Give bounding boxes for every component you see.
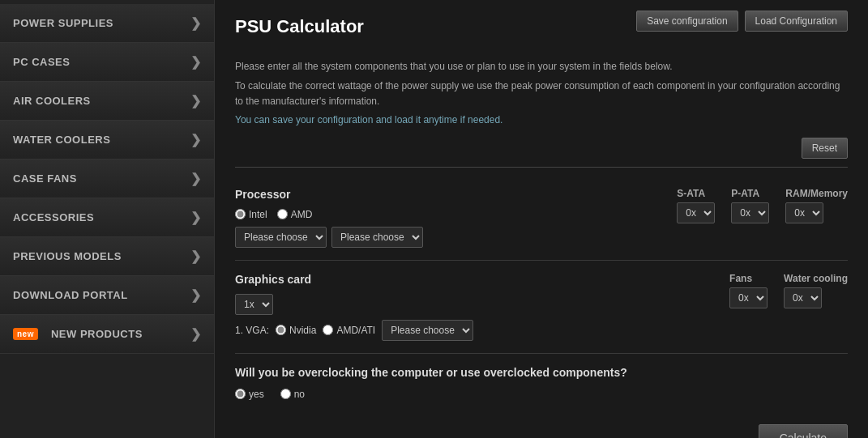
sidebar-item-label-previous-models: PREVIOUS MODELS xyxy=(13,250,122,262)
sidebar-item-new-products[interactable]: newNEW PRODUCTS❯ xyxy=(0,315,214,354)
overclock-yes-label[interactable]: yes xyxy=(235,389,264,400)
amd-ati-label: AMD/ATI xyxy=(336,325,375,336)
overclock-radio-group: yes no xyxy=(235,389,848,400)
nvidia-radio[interactable] xyxy=(276,325,286,335)
intel-radio[interactable] xyxy=(235,209,246,219)
chevron-icon-accessories: ❯ xyxy=(190,210,202,225)
graphics-title: Graphics card xyxy=(235,273,729,286)
sata-field: S-ATA 0x1x2x3x4x5x6x7x8x xyxy=(677,188,715,223)
processor-radio-group: Intel AMD xyxy=(235,209,677,220)
sidebar-item-label-accessories: ACCESSORIES xyxy=(13,211,94,223)
vga-dropdown[interactable]: Please choose xyxy=(382,320,473,341)
ram-field: RAM/Memory 0x1x2x3x4x5x6x7x8x xyxy=(785,188,848,223)
nvidia-label: Nvidia xyxy=(289,325,316,336)
graphics-section: Graphics card 0x1x2x3x4x5x6x7x8x 1. VGA:… xyxy=(235,261,848,354)
water-cooling-select[interactable]: 0x1x2x3x4x xyxy=(784,287,822,308)
overclock-no-label[interactable]: no xyxy=(280,389,305,400)
processor-dropdown-2[interactable]: Please choose xyxy=(331,227,423,248)
intro-line3: You can save your configuration and load… xyxy=(235,114,848,125)
amd-ati-radio[interactable] xyxy=(323,325,333,335)
sidebar-item-download-portal[interactable]: DOWNLOAD PORTAL❯ xyxy=(0,276,214,315)
chevron-icon-new-products: ❯ xyxy=(190,326,202,342)
fans-label: Fans xyxy=(729,273,752,284)
sidebar-item-pc-cases[interactable]: PC CASES❯ xyxy=(0,43,214,82)
reset-button[interactable]: Reset xyxy=(802,138,848,159)
overclock-section: Will you be overclocking the computer or… xyxy=(235,354,848,412)
chevron-icon-previous-models: ❯ xyxy=(190,249,202,264)
amd-radio[interactable] xyxy=(277,209,288,219)
sidebar-item-label-water-coolers: WATER COOLERS xyxy=(13,134,110,146)
chevron-icon-pc-cases: ❯ xyxy=(190,54,202,70)
chevron-icon-power-supplies: ❯ xyxy=(190,15,202,31)
sidebar-item-left-water-coolers: WATER COOLERS xyxy=(13,134,110,146)
vga-row: 1. VGA: Nvidia AMD/ATI Please choose xyxy=(235,320,729,341)
overclock-no-radio[interactable] xyxy=(280,389,291,399)
sidebar-item-left-case-fans: CASE FANS xyxy=(13,172,77,185)
header-buttons: Save configuration Load Configuration xyxy=(636,11,848,32)
page-title: PSU Calculator xyxy=(235,16,364,37)
ram-select[interactable]: 0x1x2x3x4x5x6x7x8x xyxy=(785,202,823,223)
fans-select[interactable]: 0x1x2x3x4x5x6x7x8x xyxy=(729,287,768,308)
sidebar-item-label-power-supplies: POWER SUPPLIES xyxy=(13,17,113,29)
sidebar-item-left-previous-models: PREVIOUS MODELS xyxy=(13,250,122,262)
pata-label: P-ATA xyxy=(731,188,759,199)
processor-title: Processor xyxy=(235,188,677,201)
divider-1 xyxy=(235,167,848,168)
sidebar-item-accessories[interactable]: ACCESSORIES❯ xyxy=(0,198,214,237)
intro-line1: Please enter all the system components t… xyxy=(235,59,848,74)
processor-dropdown-1[interactable]: Please choose xyxy=(235,227,327,248)
overclock-title: Will you be overclocking the computer or… xyxy=(235,366,848,379)
sidebar-item-air-coolers[interactable]: AIR COOLERS❯ xyxy=(0,82,214,121)
sidebar: POWER SUPPLIES❯PC CASES❯AIR COOLERS❯WATE… xyxy=(0,0,215,438)
amd-label: AMD xyxy=(291,209,313,220)
processor-section: Processor Intel AMD Please choose xyxy=(235,176,848,261)
sidebar-item-label-download-portal: DOWNLOAD PORTAL xyxy=(13,289,128,301)
sidebar-item-label-case-fans: CASE FANS xyxy=(13,172,77,185)
intel-label: Intel xyxy=(249,209,267,220)
chevron-icon-water-coolers: ❯ xyxy=(190,132,202,147)
sidebar-item-left-download-portal: DOWNLOAD PORTAL xyxy=(13,289,128,301)
chevron-icon-download-portal: ❯ xyxy=(190,287,202,303)
pata-field: P-ATA 0x1x2x3x4x5x6x7x8x xyxy=(731,188,769,223)
fans-field: Fans 0x1x2x3x4x5x6x7x8x xyxy=(729,273,768,308)
main-content: PSU Calculator Save configuration Load C… xyxy=(215,0,868,438)
sidebar-item-label-air-coolers: AIR COOLERS xyxy=(13,95,91,107)
sidebar-item-left-pc-cases: PC CASES xyxy=(13,56,70,68)
water-cooling-label: Water cooling xyxy=(784,273,848,284)
ram-label: RAM/Memory xyxy=(785,188,848,199)
overclock-no-text: no xyxy=(294,389,305,400)
sidebar-item-left-accessories: ACCESSORIES xyxy=(13,211,94,223)
water-cooling-field: Water cooling 0x1x2x3x4x xyxy=(784,273,848,308)
sidebar-item-left-air-coolers: AIR COOLERS xyxy=(13,95,91,107)
sidebar-item-previous-models[interactable]: PREVIOUS MODELS❯ xyxy=(0,237,214,276)
overclock-yes-text: yes xyxy=(249,389,264,400)
overclock-yes-radio[interactable] xyxy=(235,389,246,399)
sata-label: S-ATA xyxy=(677,188,705,199)
sidebar-item-label-new-products: NEW PRODUCTS xyxy=(51,328,143,340)
new-badge: new xyxy=(13,328,38,340)
processor-selects: Please choose Please choose xyxy=(235,227,677,248)
save-config-button[interactable]: Save configuration xyxy=(636,11,738,32)
sata-select[interactable]: 0x1x2x3x4x5x6x7x8x xyxy=(677,202,715,223)
sidebar-item-water-coolers[interactable]: WATER COOLERS❯ xyxy=(0,121,214,159)
load-config-button[interactable]: Load Configuration xyxy=(745,11,848,32)
amd-ati-radio-label[interactable]: AMD/ATI xyxy=(323,325,375,336)
calculate-button[interactable]: Calculate xyxy=(759,424,848,438)
vga-label: 1. VGA: xyxy=(235,325,269,336)
sidebar-item-case-fans[interactable]: CASE FANS❯ xyxy=(0,159,214,198)
sidebar-item-left-new-products: newNEW PRODUCTS xyxy=(13,328,143,340)
intel-radio-label[interactable]: Intel xyxy=(235,209,267,220)
graphics-count-select[interactable]: 0x1x2x3x4x5x6x7x8x xyxy=(235,294,273,315)
chevron-icon-air-coolers: ❯ xyxy=(190,93,202,108)
nvidia-radio-label[interactable]: Nvidia xyxy=(276,325,316,336)
sidebar-item-label-pc-cases: PC CASES xyxy=(13,56,70,68)
sidebar-item-left-power-supplies: POWER SUPPLIES xyxy=(13,17,113,29)
intro-line2: To calculate the correct wattage of the … xyxy=(235,79,848,109)
pata-select[interactable]: 0x1x2x3x4x5x6x7x8x xyxy=(731,202,769,223)
chevron-icon-case-fans: ❯ xyxy=(190,171,202,186)
sidebar-item-power-supplies[interactable]: POWER SUPPLIES❯ xyxy=(0,4,214,43)
amd-radio-label[interactable]: AMD xyxy=(277,209,313,220)
